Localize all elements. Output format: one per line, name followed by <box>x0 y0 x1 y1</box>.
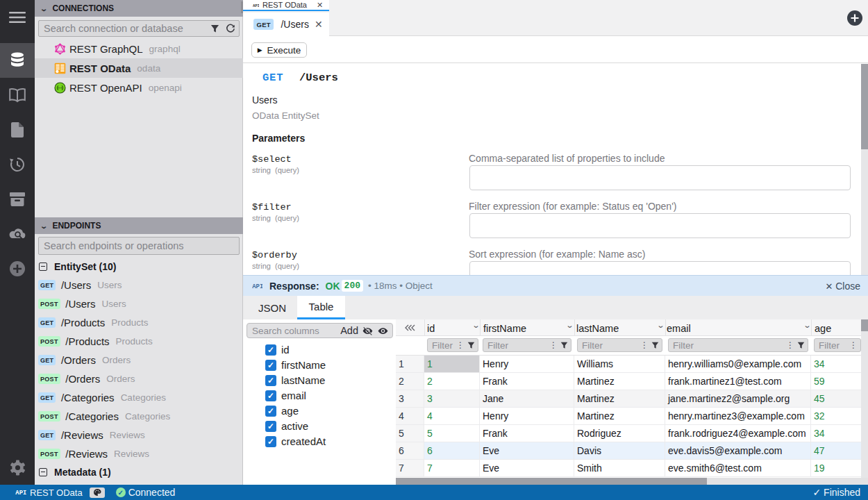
svg-text:API: API <box>15 490 26 496</box>
svg-text:API: API <box>253 3 259 7</box>
svg-text:API: API <box>252 283 262 290</box>
